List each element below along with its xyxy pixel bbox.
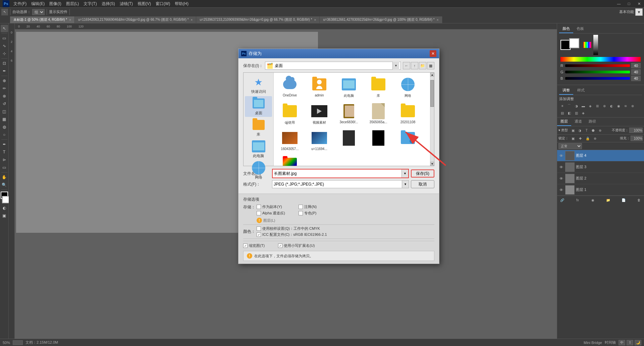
r-value-input[interactable] (631, 63, 641, 68)
tool-history-brush[interactable]: ↺ (1, 100, 8, 108)
threshold-icon[interactable]: ◧ (566, 110, 572, 116)
preset-dropdown-btn[interactable]: ▼ (635, 8, 643, 16)
file-item-3565[interactable]: 3565065a... (365, 102, 392, 126)
file-item-colorful[interactable] (276, 155, 303, 166)
scroll-thumb[interactable] (430, 80, 434, 107)
layer-row-1[interactable]: 👁 图层 1 (557, 184, 644, 196)
sidebar-quick-access[interactable]: ★ 快速访问 (245, 75, 272, 95)
style-tab[interactable]: 样式 (574, 86, 588, 95)
menu-edit[interactable]: 编辑(E) (29, 0, 47, 7)
b-value-input[interactable] (631, 76, 641, 81)
posterize-icon[interactable]: ▤ (559, 110, 565, 116)
tab-doc-4[interactable]: u=3638812661,4278309225&fm=26&gp=0.jpg @… (320, 16, 442, 23)
background-swatch[interactable] (569, 38, 579, 48)
tool-move-btn[interactable]: ↖ (1, 25, 8, 32)
tool-shape[interactable]: ▭ (1, 164, 8, 171)
sidebar-desktop[interactable]: 桌面 (245, 96, 272, 117)
color-balance-icon[interactable]: ⊕ (601, 103, 607, 109)
tab-doc-1-close[interactable]: × (69, 18, 71, 22)
channel-mixer-icon[interactable]: ≋ (623, 103, 629, 109)
scroll-down-btn[interactable]: ▼ (430, 162, 434, 166)
dialog-close-button[interactable]: ✕ (430, 50, 436, 57)
levels-adjust-icon[interactable]: ▬ (580, 103, 586, 109)
hue-slider[interactable] (560, 57, 641, 62)
file-item-admin[interactable]: admin (306, 75, 333, 99)
brightness-slider[interactable] (593, 35, 598, 55)
save-location-select[interactable]: 🗂️ 桌面 ▼ (265, 62, 401, 70)
lang-toggle[interactable]: 中 (619, 340, 625, 345)
tab-doc-3[interactable]: u=2539637233,2109093909&fm=26&gp=0.jpg @… (196, 16, 320, 23)
nav-new-folder-btn[interactable]: 📁 (419, 62, 426, 69)
menu-layer[interactable]: 图层(L) (64, 0, 81, 7)
tab-doc-4-close[interactable]: × (437, 18, 439, 22)
proof-checkbox[interactable] (257, 226, 261, 231)
save-as-dialog[interactable]: Ps 存储为 ✕ 保存在(I)： 🗂️ 桌面 ▼ ← ↑ 📁 ▦ (238, 49, 439, 264)
tool-text[interactable]: T (1, 148, 8, 156)
tool-healing[interactable]: ⊕ (1, 77, 8, 84)
tab-doc-2[interactable]: u=116942063,2176669046&fm=26&gp=0.jpg @ … (75, 16, 196, 23)
input-toggle[interactable]: ⇧ (627, 340, 633, 345)
menu-window[interactable]: 窗口(W) (154, 0, 172, 7)
exposure-adjust-icon[interactable]: ◑ (573, 103, 579, 109)
close-button[interactable]: ✕ (634, 0, 644, 7)
tool-marquee[interactable]: ▭ (1, 34, 8, 42)
layer-2-visibility-toggle[interactable]: 👁 (558, 176, 564, 181)
file-item-library[interactable]: 库 (365, 75, 392, 99)
layer-filter-smart[interactable]: ⊕ (597, 127, 603, 133)
bw-adjust-icon[interactable]: ◐ (608, 103, 614, 109)
mini-bridge-tab[interactable]: Mini Bridge (584, 341, 602, 345)
moon-icon[interactable]: 🌙 (635, 340, 641, 345)
tool-pen[interactable]: ✒ (1, 141, 8, 148)
location-dropdown-btn[interactable]: ▼ (392, 62, 399, 70)
layer-3-visibility-toggle[interactable]: 👁 (558, 164, 564, 170)
menu-text[interactable]: 文字(T) (82, 0, 99, 7)
opacity-input[interactable] (629, 128, 643, 133)
maximize-button[interactable]: □ (624, 0, 634, 7)
tool-gradient[interactable]: ▦ (1, 116, 8, 123)
brightness-adjust-icon[interactable]: ☀ (559, 103, 565, 109)
scroll-up-btn[interactable]: ▲ (430, 73, 434, 77)
timeline-tab[interactable]: 时间轴 (605, 340, 616, 345)
channels-tab[interactable]: 通道 (571, 118, 585, 126)
layers-tab[interactable]: 图层 (557, 118, 571, 126)
menu-image[interactable]: 图像(I) (47, 0, 63, 7)
tool-blur[interactable]: ◍ (1, 123, 8, 131)
nav-back-btn[interactable]: ← (403, 62, 410, 69)
thumbnail-checkbox[interactable] (243, 244, 248, 248)
swatch-tab[interactable]: 色板 (573, 25, 587, 33)
link-layers-btn[interactable]: 🔗 (559, 197, 565, 203)
tool-path-selection[interactable]: ⊳ (1, 156, 8, 163)
lowercase-checkbox[interactable] (278, 244, 282, 248)
tool-crop[interactable]: ⊡ (1, 60, 8, 67)
lock-art-btn[interactable]: ⊕ (592, 135, 598, 141)
invert-adjust-icon[interactable]: ⊗ (630, 103, 636, 109)
vibrance-adjust-icon[interactable]: ⊞ (594, 103, 600, 109)
file-item-16043[interactable]: 16043057... (276, 129, 303, 152)
layer-row-4[interactable]: 👁 图层 4 (557, 150, 644, 161)
lock-all-btn[interactable]: 🔒 (585, 135, 591, 141)
spot-checkbox[interactable] (299, 211, 303, 215)
cancel-button[interactable]: 取消 (411, 180, 434, 188)
layer-filter-pixel[interactable]: ▣ (570, 127, 576, 133)
layer-row-3[interactable]: 👁 图层 3 (557, 161, 644, 173)
layer-filter-shape[interactable]: ⬟ (590, 127, 596, 133)
lock-position-btn[interactable]: ✚ (577, 135, 583, 141)
delete-layer-btn[interactable]: 🗑 (636, 197, 642, 203)
tool-stamp[interactable]: ⊗ (1, 92, 8, 100)
format-dropdown-btn[interactable]: ▼ (402, 181, 409, 188)
background-color-swatch[interactable] (2, 196, 9, 203)
auto-select-dropdown[interactable]: 组 (32, 9, 45, 15)
layer-1-visibility-toggle[interactable]: 👁 (558, 187, 564, 193)
tool-move[interactable]: ↖ (1, 9, 8, 15)
tool-quick-mask[interactable]: ◐ (1, 204, 8, 212)
copy-checkbox[interactable] (257, 205, 261, 209)
tool-dodge[interactable]: ○ (1, 131, 8, 138)
add-style-btn[interactable]: fx (575, 197, 581, 203)
file-item-thispc[interactable]: 此电脑 (335, 75, 362, 99)
icc-checkbox[interactable] (257, 232, 261, 237)
add-mask-btn[interactable]: ◉ (590, 197, 596, 203)
file-item-network[interactable]: 网络 (394, 75, 421, 99)
adjust-tab[interactable]: 调整 (559, 86, 573, 95)
new-layer-btn[interactable]: 📄 (621, 197, 627, 203)
file-item-3ece[interactable]: 3ece6836f... (335, 102, 362, 126)
